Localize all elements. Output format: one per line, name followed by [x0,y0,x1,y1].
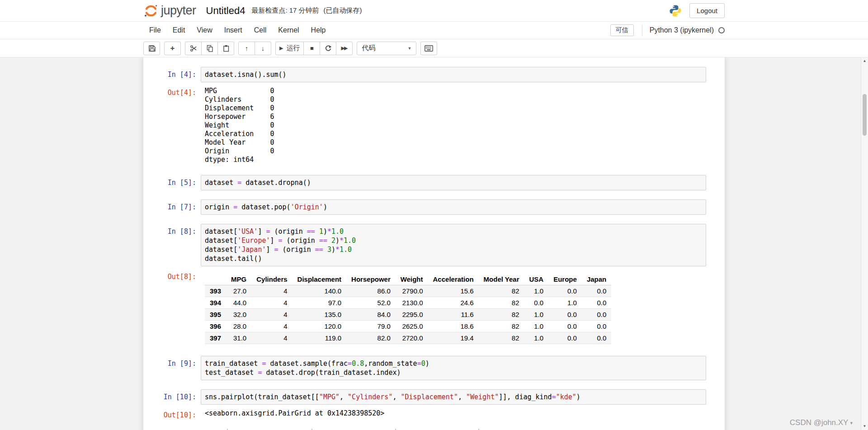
run-icon: ▶ [279,46,283,51]
interrupt-kernel-button[interactable]: ■ [303,42,320,55]
cell-type-dropdown[interactable]: 代码 ▼ [357,42,416,55]
table-row: 39444.0497.052.02130.024.6820.01.00.0 [205,297,611,309]
code-editor[interactable]: train_dataset = dataset.sample(frac=0.8,… [201,356,706,380]
table-cell: 27.0 [226,285,251,297]
paste-icon [222,45,230,52]
code-editor[interactable]: dataset['USA'] = (origin == 1)*1.0 datas… [201,224,706,266]
trusted-button[interactable]: 可信 [610,24,634,36]
table-cell: 24.6 [428,297,479,309]
code-cell[interactable]: In [9]:train_dataset = dataset.sample(fr… [143,354,725,383]
code-cell[interactable]: In [7]:origin = dataset.pop('Origin') [143,197,725,217]
menu-file[interactable]: File [143,22,167,39]
scroll-down-icon[interactable]: ▼ [861,423,868,430]
table-cell: 4 [251,321,292,332]
menu-insert[interactable]: Insert [218,22,248,39]
table-cell: 119.0 [292,332,347,344]
save-button[interactable] [143,42,160,55]
table-cell: 19.4 [428,332,479,344]
code-text: train_dataset = dataset.sample(frac=0.8,… [205,359,702,377]
table-cell: 0.0 [582,309,611,321]
code-editor[interactable]: origin = dataset.pop('Origin') [201,199,706,215]
table-cell: 4 [251,332,292,344]
add-cell-button[interactable]: + [164,42,181,55]
table-cell: 140.0 [292,285,347,297]
column-header: Acceleration [428,274,479,285]
kernel-indicator: Python 3 (ipykernel) [642,24,725,36]
menu-cell[interactable]: Cell [248,22,273,39]
menu-kernel[interactable]: Kernel [272,22,305,39]
menu-view[interactable]: View [191,22,218,39]
row-index: 394 [205,297,226,309]
kernel-name: Python 3 (ipykernel) [650,26,714,34]
table-cell: 2720.0 [396,332,428,344]
run-button[interactable]: ▶ 运行 [275,42,304,55]
menu-edit[interactable]: Edit [167,22,191,39]
table-cell: 1.0 [524,309,549,321]
command-palette-button[interactable] [420,42,437,55]
table-cell: 1.0 [524,321,549,332]
row-index: 397 [205,332,226,344]
run-label: 运行 [286,44,300,52]
table-row: 39327.04140.086.02790.015.6821.00.00.0 [205,285,611,297]
fast-forward-icon: ▶▶ [341,46,347,51]
python-logo-icon [669,4,682,18]
scroll-up-icon[interactable]: ▲ [861,57,868,64]
chevron-down-icon: ▼ [408,46,412,51]
table-row: 39628.04120.079.02625.018.6821.00.00.0 [205,321,611,332]
move-up-icon: ↑ [245,45,249,52]
stop-icon: ■ [310,45,314,51]
table-cell: 120.0 [292,321,347,332]
code-text: dataset.isna().sum() [205,70,702,79]
dataframe-table: MPGCylindersDisplacementHorsepowerWeight… [205,274,611,344]
table-cell: 82.0 [346,332,396,344]
code-cell[interactable]: In [5]:dataset = dataset.dropna() [143,173,725,193]
table-cell: 86.0 [346,285,396,297]
logout-button[interactable]: Logout [689,3,725,18]
menu-list: FileEditViewInsertCellKernelHelp [143,22,331,39]
restart-kernel-button[interactable] [320,42,336,55]
notebook-scroll-area[interactable]: In [4]:dataset.isna().sum()Out[4]:MPG 0 … [0,57,868,430]
input-prompt: In [10]: [143,389,201,405]
table-cell: 52.0 [346,297,396,309]
code-editor[interactable]: sns.pairplot(train_dataset[["MPG", "Cyli… [201,389,706,405]
column-header: Weight [396,274,428,285]
notebook-container: In [4]:dataset.isna().sum()Out[4]:MPG 0 … [143,57,725,430]
output-prompt: Out[8]: [143,269,201,347]
menu-help[interactable]: Help [305,22,332,39]
paste-cell-button[interactable] [217,42,234,55]
row-index: 393 [205,285,226,297]
jupyter-logo[interactable]: jupyter [143,3,196,19]
table-cell: 97.0 [292,297,347,309]
jupyter-logo-text: jupyter [161,4,196,18]
cell-output [201,422,706,430]
code-cell[interactable]: In [8]:dataset['USA'] = (origin == 1)*1.… [143,222,725,349]
code-cell[interactable]: In [4]:dataset.isna().sum()Out[4]:MPG 0 … [143,65,725,168]
add-cell-icon: + [170,44,175,52]
table-cell: 0.0 [548,285,582,297]
cut-cell-button[interactable] [185,42,202,55]
move-cell-down-button[interactable]: ↓ [255,42,271,55]
table-cell: 82 [479,285,524,297]
move-cell-up-button[interactable]: ↑ [238,42,255,55]
code-cell[interactable]: In [10]:sns.pairplot(train_dataset[["MPG… [143,387,725,430]
code-editor[interactable]: dataset = dataset.dropna() [201,175,706,190]
vertical-scrollbar[interactable]: ▲ ▼ [861,57,868,430]
cell-output: <seaborn.axisgrid.PairGrid at 0x14238398… [201,407,706,420]
code-editor[interactable]: dataset.isna().sum() [201,67,706,82]
table-cell: 28.0 [226,321,251,332]
column-header: MPG [226,274,251,285]
table-cell: 2130.0 [396,297,428,309]
row-index: 395 [205,309,226,321]
table-cell: 4 [251,309,292,321]
code-text: origin = dataset.pop('Origin') [205,203,702,212]
notebook-title[interactable]: Untitled4 [206,5,245,17]
output-text: MPG 0 Cylinders 0 Displacement 0 Horsepo… [205,87,702,164]
scrollbar-thumb[interactable] [863,94,867,136]
table-cell: 1.0 [524,332,549,344]
restart-run-all-button[interactable]: ▶▶ [336,42,353,55]
jupyter-logo-icon [143,3,159,19]
copy-cell-button[interactable] [201,42,218,55]
column-header: Model Year [479,274,524,285]
table-cell: 79.0 [346,321,396,332]
output-prompt [143,422,201,430]
